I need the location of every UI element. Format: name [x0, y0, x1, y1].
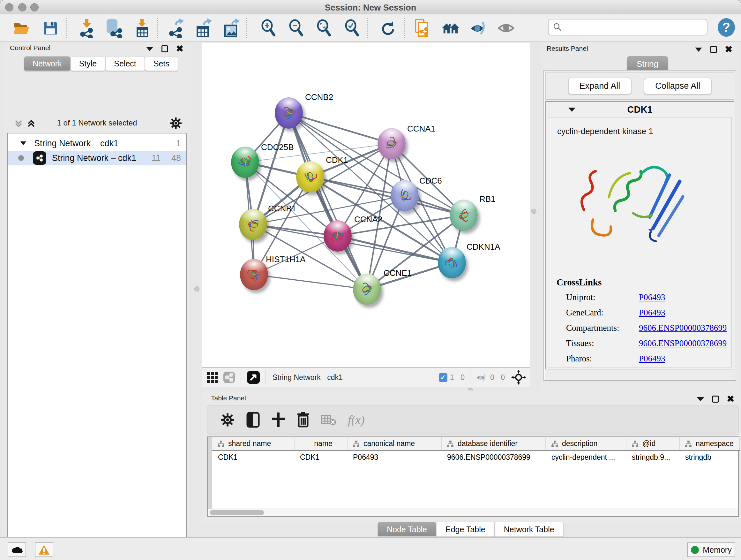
protein-section: CDK1 cyclin-dependent kinase 1 — [545, 101, 734, 369]
right-splitter[interactable] — [530, 42, 541, 388]
network-canvas[interactable]: CCNB2CCNA1CDC25BCDK1CDC6RB1CCNB1CCNA2CDK… — [202, 42, 530, 368]
node-ccne1[interactable] — [353, 273, 381, 305]
tab-string[interactable]: String — [627, 56, 668, 71]
crosslink-link[interactable]: P06493 — [639, 293, 665, 302]
refresh-button[interactable] — [379, 19, 396, 37]
tree-expand-icon[interactable] — [19, 140, 27, 146]
show-columns-icon[interactable] — [246, 412, 260, 428]
expand-all-icon[interactable] — [26, 118, 37, 129]
node-cdkn1a[interactable] — [438, 247, 466, 278]
string-import-button[interactable] — [413, 19, 431, 37]
column-header[interactable]: name — [294, 437, 347, 450]
zoom-in-button[interactable] — [259, 19, 277, 37]
function-builder-button[interactable]: f(x) — [348, 413, 365, 427]
grid-view-icon[interactable] — [207, 372, 218, 383]
database-import-icon — [105, 18, 122, 38]
left-splitter-handle[interactable] — [194, 287, 199, 292]
node-cdk1[interactable] — [296, 161, 324, 192]
node-rb1[interactable] — [450, 199, 478, 231]
import-network-button[interactable] — [78, 19, 96, 37]
zoom-selected-button[interactable] — [343, 19, 361, 37]
column-header[interactable]: canonical name — [347, 437, 441, 450]
crosslink-link[interactable]: P06493 — [639, 354, 665, 364]
edge-ccna2-cdkn1a[interactable] — [338, 236, 452, 263]
network-collection-row[interactable]: String Network – cdk1 1 — [8, 136, 186, 151]
edge-ccnb2-ccna1[interactable] — [289, 113, 392, 144]
node-ccna1[interactable] — [378, 128, 406, 159]
table-options-gear-icon[interactable] — [220, 413, 235, 427]
node-ccnb2[interactable] — [275, 98, 303, 129]
tab-node-table[interactable]: Node Table — [378, 522, 436, 537]
search-input[interactable] — [565, 23, 707, 32]
edge-hist1h1a-ccne1[interactable] — [254, 274, 367, 289]
tab-edge-table[interactable]: Edge Table — [436, 522, 495, 537]
fit-position-crosshair-icon[interactable] — [511, 370, 526, 385]
node-hist1h1a[interactable] — [240, 259, 268, 290]
panel-collapse-icon[interactable] — [695, 48, 702, 52]
table-row[interactable]: CDK1 CDK1 P06493 9606.ENSP00000378699 cy… — [212, 450, 739, 464]
network-list-view-icon[interactable] — [223, 371, 235, 384]
crosslink-link[interactable]: 9606.ENSP00000378699 — [639, 338, 727, 348]
table-horizontal-scrollbar[interactable] — [207, 509, 739, 517]
panel-close-icon[interactable]: ✖ — [727, 396, 734, 402]
collapse-all-icon[interactable] — [13, 118, 24, 129]
column-header[interactable]: @id — [626, 437, 679, 450]
column-header[interactable]: description — [546, 437, 626, 450]
delete-table-icon[interactable] — [321, 414, 336, 426]
export-network-button[interactable] — [167, 19, 185, 37]
crosslink-link[interactable]: P06493 — [639, 308, 665, 318]
memory-button[interactable]: Memory — [687, 543, 735, 557]
zoom-in-icon — [260, 19, 277, 37]
panel-float-icon[interactable] — [712, 395, 719, 402]
panel-collapse-icon[interactable] — [697, 397, 704, 401]
selected-indicator-checkbox[interactable]: ✓ — [439, 373, 448, 382]
column-header[interactable]: shared name — [212, 437, 294, 450]
node-cdc25b[interactable] — [231, 146, 259, 178]
node-ccna2[interactable] — [324, 220, 352, 252]
left-splitter[interactable] — [191, 42, 202, 388]
panel-collapse-icon[interactable] — [146, 47, 153, 51]
export-image-button[interactable] — [222, 19, 240, 37]
tab-select[interactable]: Select — [105, 56, 145, 71]
export-table-button[interactable] — [195, 19, 212, 37]
column-header[interactable]: database identifier — [441, 437, 546, 450]
network-row[interactable]: String Network – cdk1 11 48 — [8, 151, 186, 165]
tab-network[interactable]: Network — [24, 56, 71, 71]
tab-style[interactable]: Style — [71, 56, 106, 71]
warnings-button[interactable] — [35, 543, 53, 557]
zoom-fit-button[interactable] — [315, 19, 333, 37]
show-all-button[interactable] — [497, 19, 515, 37]
panel-close-icon[interactable]: ✖ — [176, 46, 184, 52]
node-ccnb1[interactable] — [239, 209, 267, 240]
zoom-out-button[interactable] — [287, 19, 305, 37]
birdseye-toggle-icon[interactable] — [246, 370, 260, 384]
import-network-from-database-button[interactable] — [105, 19, 123, 37]
tab-sets[interactable]: Sets — [145, 56, 178, 71]
right-splitter-handle[interactable] — [531, 209, 536, 214]
panel-close-icon[interactable]: ✖ — [725, 46, 732, 53]
create-column-plus-icon[interactable] — [271, 412, 285, 428]
cloud-status-button[interactable] — [8, 543, 26, 557]
import-table-button[interactable] — [133, 19, 151, 37]
results-panel: Results Panel ✖ String Expand All Collap… — [541, 42, 739, 389]
hide-selected-button[interactable] — [470, 19, 488, 37]
delete-column-trash-icon[interactable] — [297, 412, 310, 428]
open-session-button[interactable] — [13, 19, 30, 37]
export-network-icon — [168, 18, 185, 38]
refresh-icon — [379, 20, 396, 37]
column-header[interactable]: namespace — [679, 437, 739, 450]
app-window: Session: New Session — [0, 0, 741, 560]
crosslink-link[interactable]: 9606.ENSP00000378699 — [639, 323, 727, 333]
collapse-all-button[interactable]: Collapse All — [644, 78, 712, 95]
network-options-gear-icon[interactable] — [170, 117, 182, 130]
scrollbar-thumb[interactable] — [210, 510, 264, 515]
node-cdc6[interactable] — [391, 180, 419, 211]
expand-all-button[interactable]: Expand All — [568, 78, 632, 95]
home-networks-button[interactable] — [442, 19, 460, 37]
help-button[interactable]: ? — [718, 18, 735, 37]
tab-network-table[interactable]: Network Table — [495, 522, 563, 537]
protein-section-header[interactable]: CDK1 — [546, 102, 734, 117]
save-session-button[interactable] — [42, 19, 60, 37]
panel-float-icon[interactable] — [711, 46, 717, 53]
panel-float-icon[interactable] — [161, 45, 168, 52]
